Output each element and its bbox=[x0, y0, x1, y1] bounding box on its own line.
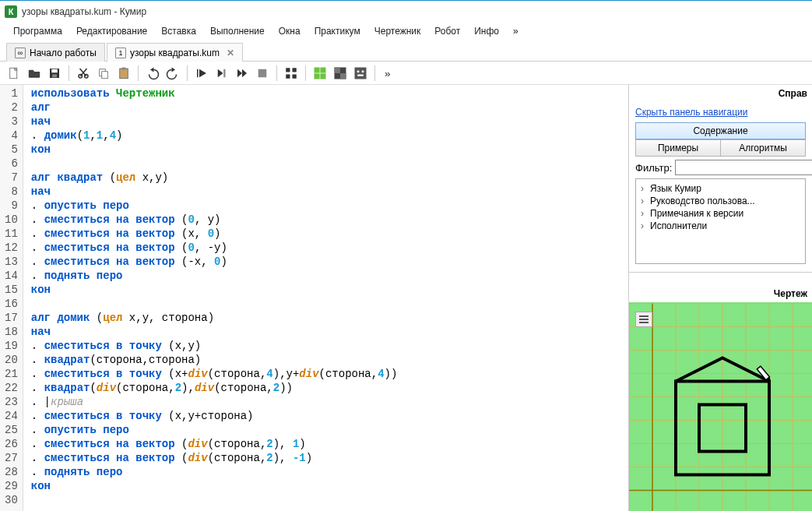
svg-marker-16 bbox=[199, 69, 206, 77]
code-line[interactable]: . квадрат(сторона,сторона) bbox=[31, 353, 628, 367]
code-editor[interactable]: использовать Чертежникалгнач. домик(1,1,… bbox=[23, 85, 628, 511]
line-number: 3 bbox=[5, 115, 18, 129]
cut-icon[interactable] bbox=[74, 64, 93, 83]
code-line[interactable]: нач bbox=[31, 185, 628, 199]
menu-Робот[interactable]: Робот bbox=[427, 24, 467, 38]
line-number: 6 bbox=[5, 157, 18, 171]
code-line[interactable]: нач bbox=[31, 115, 628, 129]
menu-Чертежник[interactable]: Чертежник bbox=[367, 24, 428, 38]
code-line[interactable] bbox=[31, 493, 628, 507]
algorithms-button[interactable]: Алгоритмы bbox=[720, 139, 806, 157]
code-line[interactable]: . сместиться на вектор (x, 0) bbox=[31, 227, 628, 241]
line-number: 26 bbox=[5, 437, 18, 451]
tree-item[interactable]: Руководство пользова... bbox=[641, 195, 800, 207]
menu-Редактирование[interactable]: Редактирование bbox=[69, 24, 154, 38]
code-line[interactable]: кон bbox=[31, 143, 628, 157]
code-line[interactable]: . сместиться на вектор (-x, 0) bbox=[31, 255, 628, 269]
code-line[interactable]: алг домик (цел x,y, сторона) bbox=[31, 311, 628, 325]
close-icon[interactable]: ✕ bbox=[227, 48, 234, 58]
side-pane: Справ Скрыть панель навигации Содержание… bbox=[629, 85, 812, 511]
code-line[interactable]: . сместиться в точку (x,y+сторона) bbox=[31, 409, 628, 423]
tree-item[interactable]: Примечания к версии bbox=[641, 207, 800, 220]
overflow-icon[interactable]: » bbox=[380, 64, 399, 83]
menu-Вставка[interactable]: Вставка bbox=[154, 24, 203, 38]
tab-badge-icon: 1 bbox=[115, 48, 126, 58]
drawing-canvas[interactable] bbox=[629, 302, 812, 511]
grid-green-icon[interactable] bbox=[311, 64, 329, 83]
content-button[interactable]: Содержание bbox=[635, 122, 806, 139]
run-start-icon[interactable] bbox=[192, 64, 211, 83]
code-line[interactable]: . сместиться в точку (x+div(сторона,4),y… bbox=[31, 367, 628, 381]
code-line[interactable]: . сместиться на вектор (0, y) bbox=[31, 213, 628, 227]
code-line[interactable]: . |крыша bbox=[31, 395, 628, 409]
tab[interactable]: ∞Начало работы bbox=[6, 43, 105, 62]
window-title: узоры квадраты.kum - Кумир bbox=[22, 6, 146, 17]
tree-item[interactable]: Язык Кумир bbox=[641, 182, 800, 195]
line-number: 24 bbox=[5, 409, 18, 423]
svg-rect-3 bbox=[51, 69, 58, 72]
canvas-menu-icon[interactable] bbox=[635, 312, 652, 327]
code-line[interactable]: кон bbox=[31, 479, 628, 493]
code-line[interactable]: . поднять перо bbox=[31, 465, 628, 479]
svg-rect-30 bbox=[335, 67, 341, 73]
toolbar: » bbox=[0, 62, 812, 85]
line-number: 2 bbox=[5, 100, 18, 115]
tab-badge-icon: ∞ bbox=[15, 48, 26, 58]
new-file-icon[interactable] bbox=[5, 64, 23, 83]
code-line[interactable]: . опустить перо bbox=[31, 199, 628, 213]
grid-dark-icon[interactable] bbox=[331, 64, 350, 83]
filter-input[interactable] bbox=[675, 160, 812, 175]
redo-icon[interactable] bbox=[163, 64, 182, 83]
stop-icon[interactable] bbox=[253, 64, 272, 83]
menu-Окна[interactable]: Окна bbox=[272, 24, 308, 38]
grid-small-icon[interactable] bbox=[282, 64, 301, 83]
line-number: 25 bbox=[5, 423, 18, 437]
menu-Программа[interactable]: Программа bbox=[6, 24, 69, 38]
code-line[interactable]: алг bbox=[31, 100, 628, 115]
hide-nav-link[interactable]: Скрыть панель навигации bbox=[635, 107, 747, 118]
filter-label: Фильтр: bbox=[635, 162, 672, 174]
line-number: 29 bbox=[5, 479, 18, 493]
code-line[interactable]: использовать Чертежник bbox=[31, 86, 628, 100]
save-file-icon[interactable] bbox=[45, 64, 64, 83]
svg-rect-22 bbox=[286, 68, 290, 72]
paste-icon[interactable] bbox=[114, 64, 133, 83]
menu-Инфо[interactable]: Инфо bbox=[467, 24, 506, 38]
tree-item[interactable]: Исполнители bbox=[641, 220, 800, 232]
code-line[interactable]: . опустить перо bbox=[31, 423, 628, 437]
titlebar: К узоры квадраты.kum - Кумир bbox=[0, 1, 812, 23]
help-tree: Язык КумирРуководство пользова...Примеча… bbox=[635, 178, 806, 264]
svg-rect-32 bbox=[355, 67, 367, 79]
code-line[interactable]: . квадрат(div(сторона,2),div(сторона,2)) bbox=[31, 381, 628, 395]
menu-»[interactable]: » bbox=[506, 24, 526, 38]
tab[interactable]: 1узоры квадраты.kum✕ bbox=[107, 43, 243, 62]
menu-Выполнение[interactable]: Выполнение bbox=[203, 24, 272, 38]
code-line[interactable]: . сместиться на вектор (div(сторона,2), … bbox=[31, 437, 628, 451]
code-line[interactable]: . домик(1,1,4) bbox=[31, 129, 628, 143]
code-line[interactable]: . сместиться на вектор (0, -y) bbox=[31, 241, 628, 255]
code-line[interactable]: нач bbox=[31, 325, 628, 339]
svg-text:»: » bbox=[385, 67, 391, 79]
code-line[interactable]: . поднять перо bbox=[31, 269, 628, 283]
line-number: 16 bbox=[5, 297, 18, 311]
code-line[interactable]: кон bbox=[31, 283, 628, 297]
code-line[interactable]: алг квадрат (цел x,y) bbox=[31, 171, 628, 185]
run-fast-icon[interactable] bbox=[233, 64, 251, 83]
code-line[interactable] bbox=[31, 157, 628, 171]
code-line[interactable] bbox=[31, 297, 628, 311]
run-step-icon[interactable] bbox=[213, 64, 231, 83]
code-line[interactable]: . сместиться в точку (x,y) bbox=[31, 339, 628, 353]
help-title: Справ bbox=[629, 85, 812, 102]
svg-marker-13 bbox=[150, 67, 154, 72]
menu-Практикум[interactable]: Практикум bbox=[308, 24, 367, 38]
open-file-icon[interactable] bbox=[25, 64, 44, 83]
tab-label: узоры квадраты.kum bbox=[130, 48, 220, 58]
copy-icon[interactable] bbox=[94, 64, 113, 83]
examples-button[interactable]: Примеры bbox=[635, 139, 720, 157]
code-line[interactable]: . сместиться на вектор (div(сторона,2), … bbox=[31, 451, 628, 465]
undo-icon[interactable] bbox=[143, 64, 162, 83]
line-number: 17 bbox=[5, 311, 18, 325]
separator bbox=[187, 65, 188, 81]
grid-robot-icon[interactable] bbox=[351, 64, 370, 83]
editor-pane: 1234567891011121314151617181920212223242… bbox=[0, 85, 629, 511]
